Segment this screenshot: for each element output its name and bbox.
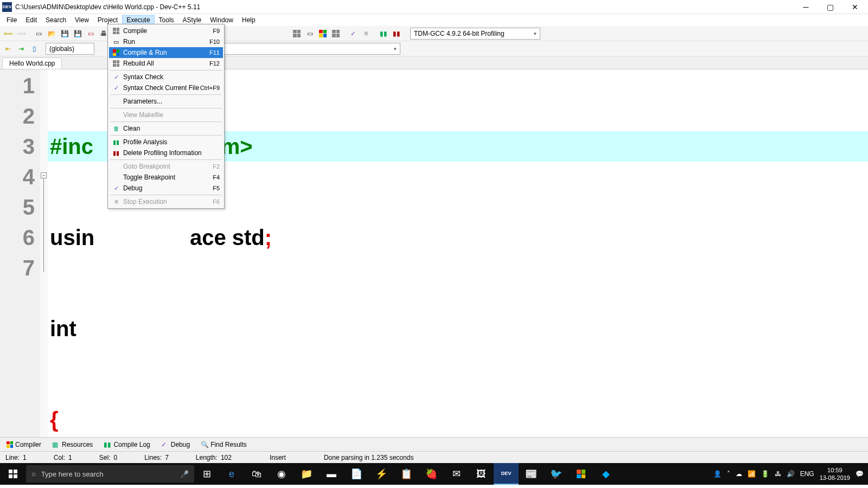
chevron-down-icon: ▾: [534, 31, 537, 36]
svg-rect-2: [9, 474, 12, 478]
menu-item-rebuild-all[interactable]: Rebuild AllF12: [109, 58, 223, 69]
run-icon[interactable]: ▭: [304, 28, 316, 40]
debug-icon[interactable]: ✓: [347, 28, 359, 40]
fold-toggle[interactable]: −: [41, 172, 47, 178]
close-button[interactable]: ✕: [843, 0, 867, 14]
save-all-icon[interactable]: 💾: [72, 28, 84, 40]
menu-item-compile[interactable]: CompileF9: [109, 25, 223, 36]
compiler-select-value: TDM-GCC 4.9.2 64-bit Profiling: [414, 30, 505, 37]
menu-item-syntax-check-current-file[interactable]: ✓Syntax Check Current FileCtrl+F9: [109, 82, 223, 93]
save-icon[interactable]: 💾: [59, 28, 71, 40]
menu-item-view-makefile: View Makefile: [109, 110, 223, 120]
menu-item-goto-breakpoint: Goto BreakpointF2: [109, 161, 223, 172]
menu-item-delete-profiling-information[interactable]: ▮▮Delete Profiling Information: [109, 147, 223, 158]
profile-icon[interactable]: ▮▮: [378, 28, 390, 40]
menu-item-stop-execution: ✖Stop ExecutionF6: [109, 196, 223, 207]
svg-rect-0: [9, 470, 12, 473]
menu-item-clean[interactable]: 🗑Clean: [109, 123, 223, 134]
titlebar: DEV C:\Users\ADMIN\Desktop\dev c\Hello W…: [0, 0, 868, 14]
bookmark-icon[interactable]: ▯: [28, 43, 40, 55]
class-select[interactable]: (globals): [46, 43, 94, 55]
rebuild-icon[interactable]: [330, 28, 342, 40]
execute-menu: CompileF9▭RunF10Compile & RunF11Rebuild …: [107, 24, 225, 209]
svg-rect-1: [14, 470, 17, 473]
menu-help[interactable]: Help: [238, 15, 260, 25]
menu-item-profile-analysis[interactable]: ▮▮Profile Analysis: [109, 137, 223, 147]
menu-search[interactable]: Search: [41, 15, 71, 25]
line-gutter: 1234567: [0, 69, 40, 437]
stop-icon[interactable]: ✖: [360, 28, 372, 40]
chevron-down-icon: ▾: [394, 46, 397, 52]
maximize-button[interactable]: ▢: [818, 0, 843, 14]
goto-func-icon[interactable]: ⇤: [2, 43, 14, 55]
minimize-button[interactable]: ─: [794, 0, 818, 14]
goto-func2-icon[interactable]: ⇥: [15, 43, 27, 55]
menu-item-toggle-breakpoint[interactable]: Toggle BreakpointF4: [109, 172, 223, 183]
compiler-select[interactable]: TDM-GCC 4.9.2 64-bit Profiling ▾: [410, 28, 540, 40]
close-file-icon[interactable]: ▭: [85, 28, 97, 40]
search-icon: ○: [31, 470, 36, 478]
new-file-icon[interactable]: ▭: [33, 28, 44, 40]
menu-file[interactable]: File: [2, 15, 21, 25]
forward-icon[interactable]: ⟹: [15, 28, 27, 40]
class-select-value: (globals): [49, 45, 74, 53]
menu-item-run[interactable]: ▭RunF10: [109, 36, 223, 47]
back-icon[interactable]: ⟸: [2, 28, 14, 40]
fold-gutter: −: [40, 69, 48, 437]
open-icon[interactable]: 📂: [46, 28, 58, 40]
tab-hello-world[interactable]: Hello World.cpp: [2, 57, 62, 69]
profile-delete-icon[interactable]: ▮▮: [391, 28, 403, 40]
tab-compiler[interactable]: Compiler: [2, 439, 46, 450]
menu-item-syntax-check[interactable]: ✓Syntax Check: [109, 72, 223, 82]
menu-view[interactable]: View: [71, 15, 93, 25]
menu-item-parameters-[interactable]: Parameters...: [109, 96, 223, 107]
menu-item-debug[interactable]: ✓DebugF5: [109, 183, 223, 194]
member-select[interactable]: ▾: [221, 43, 400, 55]
menu-item-compile-run[interactable]: Compile & RunF11: [109, 47, 223, 58]
start-button[interactable]: [0, 463, 26, 485]
menu-edit[interactable]: Edit: [21, 15, 41, 25]
compile-run-icon[interactable]: [317, 28, 329, 40]
svg-rect-3: [14, 474, 17, 478]
compile-icon[interactable]: [291, 28, 303, 40]
fold-line: [43, 178, 44, 272]
app-icon: DEV: [2, 2, 12, 12]
window-title: C:\Users\ADMIN\Desktop\dev c\Hello World…: [15, 3, 794, 11]
